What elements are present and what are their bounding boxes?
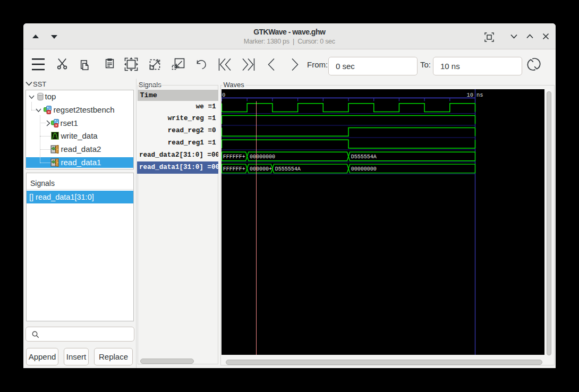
svg-text:10: 10 [466, 91, 473, 98]
svg-text:00000000: 00000000 [250, 154, 275, 160]
svg-text:FFFFFF+: FFFFFF+ [223, 154, 245, 160]
svg-text:0: 0 [222, 91, 225, 98]
svg-text:000000+: 000000+ [250, 166, 272, 172]
svg-text:D555554A: D555554A [351, 154, 377, 160]
svg-text:D555554A: D555554A [275, 166, 301, 172]
svg-text:FFFFFF+: FFFFFF+ [223, 166, 245, 172]
svg-text:00000000: 00000000 [351, 166, 377, 172]
svg-text:ns: ns [476, 91, 483, 98]
